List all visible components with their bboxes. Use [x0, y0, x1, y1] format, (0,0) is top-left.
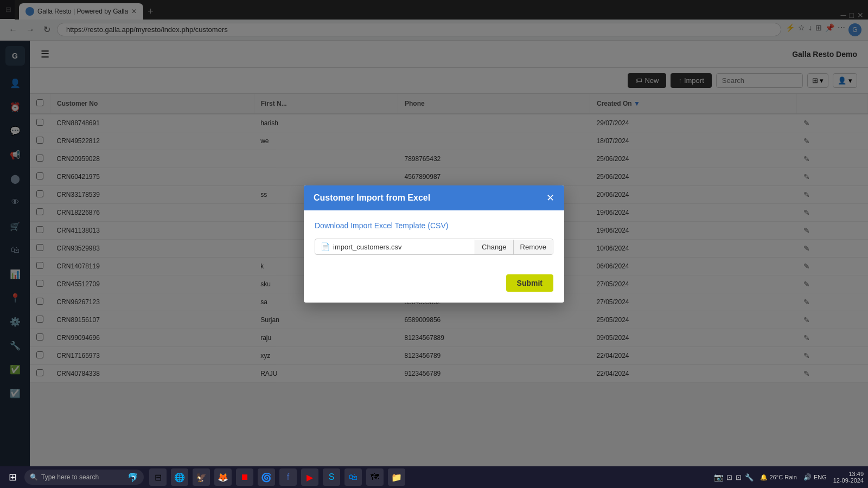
taskbar-quick-icons: ⊟ 🌐 🦅 🦊 ⏹ 🌀 f ▶ S 🛍 🗺 📁 — [149, 468, 405, 486]
taskbar-explorer-icon[interactable]: 📁 — [388, 468, 405, 486]
taskbar-date: 12-09-2024 — [833, 477, 864, 484]
file-icon: 📄 — [321, 242, 330, 251]
volume-icon[interactable]: 🔊 — [803, 473, 812, 481]
taskbar-phoenix-icon[interactable]: 🦅 — [193, 468, 210, 486]
notification-area: 🔔 26°C Rain — [760, 474, 797, 481]
volume-area: 🔊 ENG — [803, 473, 827, 481]
taskbar-edge-icon[interactable]: 🌐 — [171, 468, 188, 486]
network-icon[interactable]: 🔔 — [760, 474, 768, 481]
file-name-text: import_customers.csv — [333, 243, 401, 251]
taskbar-right-area: 📷 ⊡ ⊡ 🔧 🔔 26°C Rain 🔊 ENG 13:49 12-09-20… — [714, 471, 864, 484]
taskbar-skype-icon[interactable]: S — [323, 468, 340, 486]
taskbar-dolphin-icon: 🐬 — [127, 472, 138, 483]
modal-header: Customer Import from Excel ✕ — [304, 185, 564, 210]
change-file-button[interactable]: Change — [475, 240, 513, 254]
file-name-display: 📄 import_customers.csv — [315, 239, 475, 254]
submit-button[interactable]: Submit — [506, 274, 553, 292]
taskbar-time: 13:49 — [833, 471, 864, 477]
remove-file-button[interactable]: Remove — [513, 240, 553, 254]
import-modal: Customer Import from Excel ✕ Download Im… — [304, 185, 564, 303]
tray-icon2[interactable]: ⊡ — [736, 473, 742, 481]
modal-overlay: Customer Import from Excel ✕ Download Im… — [0, 0, 868, 488]
taskbar-multitask-icon[interactable]: ⊟ — [149, 468, 167, 486]
taskbar-search-icon: 🔍 — [30, 473, 38, 481]
tray-icon3[interactable]: 🔧 — [745, 473, 754, 481]
lang-indicator: ENG — [814, 474, 827, 480]
taskbar-search-label: Type here to search — [41, 473, 99, 481]
taskbar-chrome-icon[interactable]: 🌀 — [258, 468, 275, 486]
start-button[interactable]: ⊞ — [4, 469, 21, 485]
modal-title: Customer Import from Excel — [314, 193, 430, 203]
taskbar-youtube-icon[interactable]: ▶ — [301, 468, 318, 486]
taskbar-firefox-icon[interactable]: 🦊 — [214, 468, 232, 486]
modal-body: Download Import Excel Template (CSV) 📄 i… — [304, 210, 564, 274]
taskbar-stop-icon[interactable]: ⏹ — [236, 468, 253, 486]
camera-icon[interactable]: 📷 — [714, 473, 723, 481]
tray-icon1[interactable]: ⊡ — [726, 473, 732, 481]
clock-area: 13:49 12-09-2024 — [833, 471, 864, 484]
taskbar: ⊞ 🔍 Type here to search 🐬 ⊟ 🌐 🦅 🦊 ⏹ 🌀 f … — [0, 466, 868, 488]
system-tray-icons: 📷 ⊡ ⊡ 🔧 — [714, 473, 754, 481]
taskbar-maps-icon[interactable]: 🗺 — [366, 468, 384, 486]
taskbar-search-bar[interactable]: 🔍 Type here to search 🐬 — [24, 470, 144, 485]
taskbar-store-icon[interactable]: 🛍 — [344, 468, 362, 486]
taskbar-facebook-icon[interactable]: f — [279, 468, 297, 486]
download-template-link[interactable]: Download Import Excel Template (CSV) — [315, 221, 553, 230]
file-input-row: 📄 import_customers.csv Change Remove — [315, 239, 553, 255]
modal-close-button[interactable]: ✕ — [546, 193, 554, 203]
weather-temp: 26°C Rain — [770, 474, 797, 480]
modal-footer: Submit — [304, 274, 564, 303]
